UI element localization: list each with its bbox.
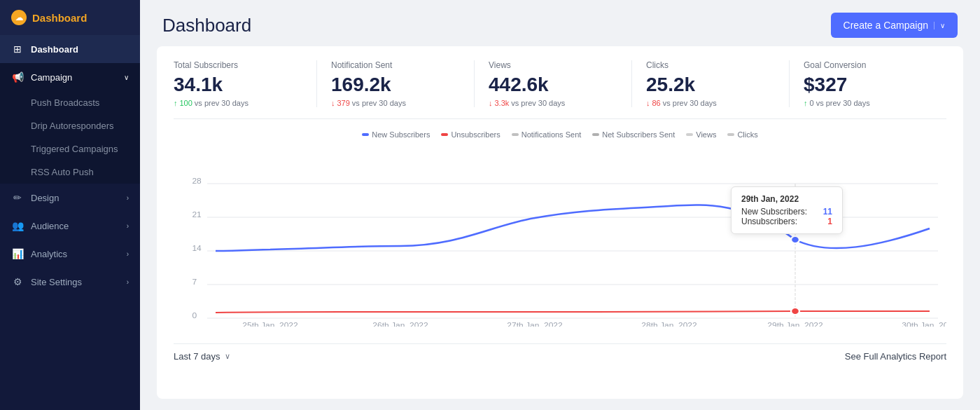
legend-label-1: Unsubscribers	[451, 130, 500, 139]
svg-text:0: 0	[192, 312, 197, 320]
audience-icon: 👥	[11, 220, 24, 231]
sidebar-item-site-settings[interactable]: ⚙ Site Settings ›	[0, 268, 140, 296]
stat-label-1: Notification Sent	[331, 60, 460, 70]
svg-text:14: 14	[192, 245, 201, 252]
chevron-right-icon: ›	[127, 194, 129, 202]
sidebar-campaign-label: Campaign	[31, 72, 117, 83]
design-icon: ✏	[11, 192, 24, 203]
chart-legend: New Subscribers Unsubscribers Notificati…	[174, 130, 946, 139]
sidebar-item-triggered-campaigns[interactable]: Triggered Campaigns	[0, 137, 140, 160]
sidebar-design-label: Design	[31, 193, 120, 203]
stat-label-3: Clicks	[646, 60, 775, 70]
sidebar-item-audience[interactable]: 👥 Audience ›	[0, 212, 140, 240]
down-arrow-icon-3	[646, 99, 650, 107]
stat-change-val-4: 0	[810, 99, 814, 107]
stat-value-3: 25.2k	[646, 73, 775, 97]
tooltip-unsubscribers-row: Unsubscribers: 1	[741, 217, 832, 226]
legend-dot-gray3	[686, 133, 693, 136]
stat-value-4: $327	[804, 73, 932, 97]
chart-bottom-bar: Last 7 days ∨ See Full Analytics Report	[174, 343, 946, 370]
legend-label-2: Notifications Sent	[522, 130, 582, 139]
down-arrow-icon-1	[331, 99, 335, 107]
stat-change-text-0: vs prev 30 days	[195, 99, 248, 107]
stat-change-val-1: 379	[337, 99, 350, 107]
button-chevron-icon: ∨	[934, 22, 945, 29]
stat-views: Views 442.6k 3.3k vs prev 30 days	[489, 60, 632, 107]
sidebar-item-analytics[interactable]: 📊 Analytics ›	[0, 240, 140, 268]
sidebar-item-drip-autoresponders[interactable]: Drip Autoresponders	[0, 114, 140, 137]
stat-change-val-3: 86	[652, 99, 661, 107]
stat-change-2: 3.3k vs prev 30 days	[489, 99, 617, 107]
see-full-analytics-link[interactable]: See Full Analytics Report	[845, 351, 946, 362]
svg-text:29th Jan, 2022: 29th Jan, 2022	[767, 322, 822, 327]
dashboard-card: Total Subscribers 34.1k 100 vs prev 30 d…	[157, 46, 963, 399]
sidebar-item-design[interactable]: ✏ Design ›	[0, 184, 140, 212]
page-title: Dashboard	[162, 15, 251, 36]
create-campaign-button[interactable]: Create a Campaign ∨	[831, 13, 958, 38]
date-filter-label: Last 7 days	[174, 351, 220, 362]
legend-dot-gray2	[592, 133, 599, 136]
chart-tooltip: 29th Jan, 2022 New Subscribers: 11 Unsub…	[731, 186, 843, 234]
stat-change-val-0: 100	[180, 99, 192, 107]
tooltip-unsubscribers-label: Unsubscribers:	[741, 217, 797, 226]
stat-label-2: Views	[489, 60, 617, 70]
main-content: Dashboard Create a Campaign ∨ Total Subs…	[140, 0, 980, 410]
svg-point-17	[791, 236, 799, 243]
svg-text:28th Jan, 2022: 28th Jan, 2022	[641, 322, 696, 327]
legend-net-subscribers: Net Subscribers Sent	[592, 130, 675, 139]
tooltip-date: 29th Jan, 2022	[741, 194, 832, 204]
sidebar-logo-text: Dashboard	[32, 12, 87, 24]
legend-notifications-sent: Notifications Sent	[512, 130, 582, 139]
create-campaign-label: Create a Campaign	[844, 20, 928, 31]
sidebar: ☁ Dashboard ⊞ Dashboard 📢 Campaign ∨ Pus…	[0, 0, 140, 410]
legend-new-subscribers: New Subscribers	[362, 130, 430, 139]
legend-dot-blue	[362, 133, 369, 136]
stat-change-4: 0 vs prev 30 days	[804, 99, 932, 107]
svg-text:30th Jan, 2022: 30th Jan, 2022	[902, 322, 946, 327]
stat-clicks: Clicks 25.2k 86 vs prev 30 days	[646, 60, 790, 107]
svg-point-18	[791, 308, 799, 315]
chevron-right-icon-3: ›	[127, 250, 129, 258]
up-arrow-icon-2	[804, 99, 808, 107]
stat-value-2: 442.6k	[489, 73, 617, 97]
svg-text:28: 28	[192, 177, 201, 185]
campaign-icon: 📢	[11, 71, 24, 83]
stat-change-text-1: vs prev 30 days	[352, 99, 406, 107]
tooltip-unsubscribers-val: 1	[827, 217, 832, 226]
legend-clicks: Clicks	[727, 130, 757, 139]
chevron-right-icon-2: ›	[127, 222, 129, 230]
legend-unsubscribers: Unsubscribers	[441, 130, 500, 139]
legend-views: Views	[686, 130, 716, 139]
stat-change-3: 86 vs prev 30 days	[646, 99, 775, 107]
sidebar-site-settings-label: Site Settings	[31, 277, 120, 287]
sidebar-item-dashboard[interactable]: ⊞ Dashboard	[0, 35, 140, 63]
sidebar-item-label: Dashboard	[31, 44, 129, 55]
sidebar-item-campaign[interactable]: 📢 Campaign ∨	[0, 63, 140, 91]
campaign-section: 📢 Campaign ∨ Push Broadcasts Drip Autore…	[0, 63, 140, 184]
svg-text:21: 21	[192, 211, 201, 219]
stats-row: Total Subscribers 34.1k 100 vs prev 30 d…	[174, 60, 946, 119]
up-arrow-icon	[174, 99, 178, 107]
logo-icon: ☁	[11, 10, 27, 25]
date-filter[interactable]: Last 7 days ∨	[174, 351, 230, 362]
stat-notification-sent: Notification Sent 169.2k 379 vs prev 30 …	[331, 60, 475, 107]
tooltip-new-subscribers-val: 11	[823, 207, 832, 217]
svg-text:27th Jan, 2022: 27th Jan, 2022	[507, 322, 562, 327]
legend-label-4: Views	[696, 130, 716, 139]
stat-goal-conversion: Goal Conversion $327 0 vs prev 30 days	[804, 60, 946, 107]
stat-value-0: 34.1k	[174, 73, 302, 97]
legend-label-5: Clicks	[737, 130, 757, 139]
tooltip-new-subscribers-label: New Subscribers:	[741, 207, 807, 217]
stat-change-text-4: vs prev 30 days	[816, 99, 870, 107]
sidebar-item-push-broadcasts[interactable]: Push Broadcasts	[0, 91, 140, 114]
sidebar-item-rss-auto-push[interactable]: RSS Auto Push	[0, 160, 140, 184]
site-settings-icon: ⚙	[11, 276, 24, 287]
sidebar-analytics-label: Analytics	[31, 249, 120, 259]
stat-change-1: 379 vs prev 30 days	[331, 99, 460, 107]
chart-container: 0 7 14 21 28 25th Jan, 2022 26th Jan, 20…	[174, 144, 946, 341]
chevron-right-icon-4: ›	[127, 278, 129, 286]
stat-change-0: 100 vs prev 30 days	[174, 99, 302, 107]
stat-label-0: Total Subscribers	[174, 60, 302, 70]
sidebar-logo: ☁ Dashboard	[0, 0, 140, 35]
legend-dot-red	[441, 133, 448, 136]
